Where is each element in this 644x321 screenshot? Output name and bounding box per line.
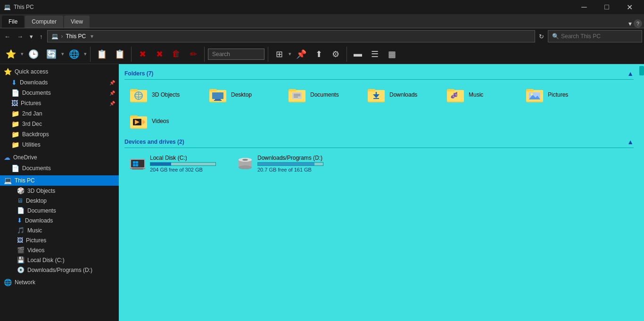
sidebar-3rddec[interactable]: 📁 3rd Dec — [0, 119, 119, 129]
sidebar-pc-pictures[interactable]: 🖼 Pictures — [0, 235, 119, 245]
sidebar-videos[interactable]: 🎬 Videos — [0, 245, 119, 255]
toolbar-search-input[interactable] — [208, 49, 264, 60]
move-to-btn[interactable]: 📋 — [112, 48, 128, 61]
address-pc-icon: 💻 — [51, 33, 58, 40]
folder-videos[interactable]: Videos — [124, 110, 200, 132]
sidebar-3dobjects[interactable]: 🎲 3D Objects — [0, 186, 119, 196]
sidebar-network[interactable]: 🌐 Network — [0, 277, 119, 288]
search-box[interactable]: 🔍 — [548, 30, 642, 42]
network-dropdown[interactable]: ▾ — [84, 51, 87, 57]
3dobjects-icon: 🎲 — [17, 187, 25, 194]
drive-c[interactable]: Local Disk (C:) 204 GB free of 302 GB — [124, 152, 228, 175]
folders-grid: 3D Objects Desktop — [124, 83, 634, 132]
drive-c-size: 204 GB free of 302 GB — [150, 167, 216, 173]
od-docs-icon: 📄 — [11, 165, 19, 172]
drive-d[interactable]: Downloads/Programs (D:) 20.7 GB free of … — [232, 152, 336, 175]
settings-btn[interactable]: ⚙ — [328, 48, 343, 61]
folder-videos-icon — [129, 113, 148, 130]
svg-rect-14 — [289, 89, 296, 91]
history-btn[interactable]: 🕒 — [25, 48, 41, 61]
tab-file[interactable]: File — [2, 16, 24, 28]
toolbar-sep-2 — [131, 47, 132, 62]
folder-downloads[interactable]: Downloads — [362, 83, 438, 106]
rename-btn[interactable]: ✏ — [186, 48, 201, 61]
sidebar-pc-downloads-label: Downloads — [25, 217, 53, 224]
pictures-icon: 🖼 — [11, 99, 18, 107]
tab-view[interactable]: View — [64, 16, 90, 28]
svg-rect-49 — [136, 164, 138, 166]
sidebar-pictures[interactable]: 🖼 Pictures 📌 — [0, 98, 119, 108]
onedrive-text: OneDrive — [13, 154, 37, 161]
up-button[interactable]: ↑ — [37, 32, 45, 41]
favorites-dropdown[interactable]: ▾ — [21, 51, 24, 57]
drive-c-name: Local Disk (C:) — [150, 155, 216, 161]
refresh-icon[interactable]: ↻ — [539, 33, 544, 40]
onedrive-label[interactable]: ☁ OneDrive — [0, 152, 119, 163]
size3-btn[interactable]: ▦ — [384, 48, 399, 61]
drives-collapse-btn[interactable]: ▲ — [627, 138, 634, 146]
sidebar-desktop-label: Desktop — [26, 198, 47, 204]
pc-pictures-icon: 🖼 — [17, 237, 23, 244]
scrollbar-thumb[interactable] — [639, 66, 644, 75]
sync-dropdown[interactable]: ▾ — [61, 51, 64, 57]
folder-desktop[interactable]: Desktop — [204, 83, 279, 106]
svg-rect-21 — [368, 89, 375, 91]
pc-downloads-icon: ⬇ — [17, 217, 22, 224]
maximize-button[interactable]: □ — [596, 0, 618, 14]
delete-x-btn[interactable]: ✖ — [135, 48, 150, 61]
back-button[interactable]: ← — [2, 32, 13, 41]
sidebar-localc[interactable]: 💾 Local Disk (C:) — [0, 255, 119, 265]
onedrive-section: ☁ OneDrive 📄 Documents — [0, 152, 119, 173]
pin-btn[interactable]: 📌 — [293, 48, 309, 61]
search-icon: 🔍 — [552, 33, 559, 40]
close-button[interactable]: ✕ — [619, 0, 640, 14]
delete-btn[interactable]: 🗑 — [169, 48, 184, 60]
localc-icon: 💾 — [17, 256, 25, 263]
folder-music[interactable]: Music — [441, 83, 517, 106]
sidebar-desktop[interactable]: 🖥 Desktop — [0, 196, 119, 206]
upload-btn[interactable]: ⬆ — [311, 48, 326, 61]
folders-collapse-btn[interactable]: ▲ — [627, 70, 634, 77]
toolbar: ⭐ ▾ 🕒 🔄 ▾ 🌐 ▾ 📋 📋 ✖ ✖ 🗑 ✏ ⊞ ▾ 📌 ⬆ ⚙ ▬ ☰ … — [0, 44, 644, 64]
drive-c-bar-bg — [150, 162, 216, 166]
sidebar-music[interactable]: 🎵 Music — [0, 225, 119, 235]
help-button[interactable]: ? — [634, 19, 642, 28]
size1-btn[interactable]: ▬ — [350, 48, 365, 60]
quick-access-label[interactable]: ⭐ Quick access — [0, 66, 119, 77]
recent-button[interactable]: ▾ — [27, 32, 35, 41]
tab-computer[interactable]: Computer — [25, 16, 63, 28]
address-input[interactable]: 💻 › This PC ▾ — [47, 30, 536, 42]
network-btn[interactable]: 🌐 — [66, 48, 82, 61]
address-dropdown-icon[interactable]: ▾ — [91, 33, 93, 40]
sidebar-2ndjan[interactable]: 📁 2nd Jan — [0, 108, 119, 119]
sidebar-od-documents[interactable]: 📄 Documents — [0, 163, 119, 173]
quick-access-text: Quick access — [15, 68, 48, 75]
minimize-button[interactable]: ─ — [573, 0, 595, 14]
sidebar-documents[interactable]: 📄 Documents 📌 — [0, 88, 119, 98]
copy-to-btn[interactable]: 📋 — [94, 48, 110, 61]
sidebar-utilities[interactable]: 📁 Utilities — [0, 140, 119, 150]
folder-3dobjects[interactable]: 3D Objects — [124, 83, 200, 106]
sidebar-dromd[interactable]: 💿 Downloads/Programs (D:) — [0, 265, 119, 275]
view-btn[interactable]: ⊞ — [272, 48, 287, 61]
search-input[interactable] — [561, 33, 638, 40]
folder-pictures[interactable]: Pictures — [520, 83, 596, 106]
svg-rect-47 — [136, 161, 138, 164]
ribbon-collapse-icon[interactable]: ▾ — [628, 20, 632, 27]
svg-rect-27 — [447, 89, 454, 91]
folder-music-icon — [446, 86, 465, 103]
sidebar-downloads[interactable]: ⬇ Downloads 📌 — [0, 77, 119, 88]
sidebar-backdrops[interactable]: 📁 Backdrops — [0, 129, 119, 140]
sync-btn[interactable]: 🔄 — [43, 48, 59, 61]
view-dropdown[interactable]: ▾ — [289, 51, 291, 57]
sidebar-pc-documents[interactable]: 📄 Documents — [0, 206, 119, 215]
folder-documents[interactable]: Documents — [283, 83, 358, 106]
this-pc-section: 💻 This PC 🎲 3D Objects 🖥 Desktop 📄 Docum… — [0, 175, 119, 275]
desktop-icon: 🖥 — [17, 197, 23, 204]
forward-button[interactable]: → — [15, 32, 25, 41]
size2-btn[interactable]: ☰ — [367, 48, 382, 61]
sidebar-pc-downloads[interactable]: ⬇ Downloads — [0, 215, 119, 225]
remove-btn[interactable]: ✖ — [152, 48, 167, 61]
favorites-btn[interactable]: ⭐ — [3, 48, 19, 61]
sidebar-this-pc[interactable]: 💻 This PC — [0, 175, 119, 186]
